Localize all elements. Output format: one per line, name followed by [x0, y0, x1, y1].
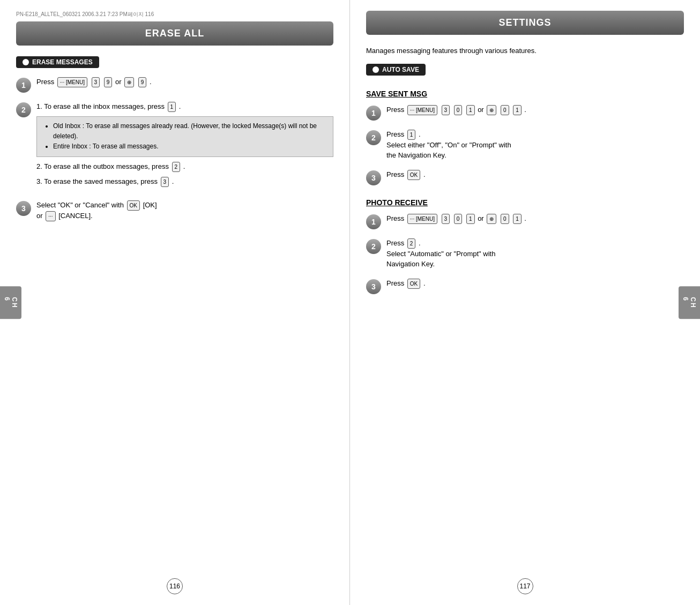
step3-content: Select "OK" or "Cancel" with OK [OK] or … [36, 200, 333, 221]
left-header: ERASE ALL [16, 21, 333, 46]
step3-circle: 3 [16, 201, 31, 216]
right-step2-s1-circle: 2 [366, 130, 381, 145]
rs3-ok1: OK [407, 170, 420, 180]
step1-or: or [115, 78, 123, 86]
subsection2-title: PHOTO RECEIVE [366, 198, 684, 207]
left-step3: 3 Select "OK" or "Cancel" with OK [OK] o… [16, 200, 333, 221]
top-info-left: PN-E218_ALLTEL_060321 2006.3.21 7:23 PM페… [16, 11, 333, 18]
section-dot [23, 59, 29, 65]
rs1-s2-k2: 0 [454, 214, 463, 224]
right-step2-s2-circle: 2 [366, 239, 381, 254]
step3-ok-key: OK [127, 200, 140, 211]
step1-text: Press [36, 78, 56, 86]
step3-cancel-key: ··· [46, 211, 55, 221]
right-step1-s1-content: Press ··· [MENU] 3 0 1 or ⊕ 0 1 . [386, 104, 684, 115]
bullet1: Old Inbox : To erase all messages alread… [53, 121, 325, 141]
right-step3-s2-content: Press OK . [386, 278, 684, 289]
rs1-s2-k1: 3 [442, 214, 450, 224]
rs1-s2-menu: ··· [MENU] [407, 214, 437, 224]
right-step1-s2-circle: 1 [366, 214, 381, 229]
rs1-s2-nav: ⊕ [487, 214, 496, 224]
right-page-number: 117 [517, 578, 533, 594]
step2-line2: 2. To erase all the outbox messages, pre… [36, 161, 333, 172]
rs1-k2: 0 [454, 105, 463, 115]
right-step2-s2-content: Press 2 . Select "Automatic" or "Prompt"… [386, 238, 684, 270]
rs1-k5: 1 [513, 105, 522, 115]
right-step1-s1-circle: 1 [366, 106, 381, 121]
left-section-label: ERASE MESSAGES [16, 56, 99, 68]
step1-key1: 3 [92, 77, 100, 87]
left-page-number: 116 [167, 578, 183, 594]
step2-line3: 3. To erase the saved messages, press 3 … [36, 176, 333, 187]
rs2-k1: 1 [407, 130, 416, 140]
right-step3-s1: 3 Press OK . [366, 169, 684, 185]
step1-menu-key: ··· [MENU] [57, 77, 87, 87]
rs1-k4: 0 [501, 105, 509, 115]
right-section-dot [373, 66, 379, 73]
step1-circle: 1 [16, 78, 31, 93]
step2-key1: 1 [168, 102, 176, 112]
rs1-s2-k5: 1 [513, 214, 522, 224]
right-step1-s2-content: Press ··· [MENU] 3 0 1 or ⊕ 0 1 . [386, 213, 684, 224]
right-step1-s2: 1 Press ··· [MENU] 3 0 1 or ⊕ 0 1 . [366, 213, 684, 229]
left-ch-tab: CH6 [0, 286, 21, 319]
bullet-box: Old Inbox : To erase all messages alread… [36, 116, 333, 157]
right-step3-s2-circle: 3 [366, 279, 381, 294]
right-step3-s1-circle: 3 [366, 170, 381, 185]
step1-key3: 9 [138, 77, 147, 87]
right-header: SETTINGS [366, 11, 684, 35]
step1-key2: 9 [104, 77, 113, 87]
step2-key3: 3 [161, 177, 169, 187]
left-step2: 2 1. To erase all the inbox messages, pr… [16, 101, 333, 191]
right-desc: Manages messaging features through vario… [366, 46, 684, 56]
right-step2-s1: 2 Press 1 . Select either "Off", "On" or… [366, 129, 684, 161]
right-step1-s1: 1 Press ··· [MENU] 3 0 1 or ⊕ 0 1 . [366, 104, 684, 121]
step1-nav: ⊕ [124, 77, 134, 87]
step2-key2: 2 [172, 162, 181, 172]
rs1-k3: 1 [466, 105, 475, 115]
step2-line1: 1. To erase all the inbox messages, pres… [36, 101, 333, 112]
step2-circle: 2 [16, 102, 31, 117]
right-step3-s2: 3 Press OK . [366, 278, 684, 294]
step2-content: 1. To erase all the inbox messages, pres… [36, 101, 333, 191]
right-step2-s1-content: Press 1 . Select either "Off", "On" or "… [386, 129, 684, 161]
right-step2-s2: 2 Press 2 . Select "Automatic" or "Promp… [366, 238, 684, 270]
rs1-s2-k4: 0 [501, 214, 509, 224]
right-step3-s1-content: Press OK . [386, 169, 684, 180]
rs1-k1: 3 [442, 105, 450, 115]
rs1-menu: ··· [MENU] [407, 105, 437, 115]
right-page: SETTINGS Manages messaging features thro… [350, 0, 700, 605]
subsection1-title: SAVE SENT MSG [366, 89, 684, 98]
step1-content: Press ··· [MENU] 3 9 or ⊕ 9 . [36, 77, 333, 87]
rs2-s2-k1: 2 [407, 238, 416, 249]
right-ch-tab: CH6 [679, 286, 700, 319]
right-section-label: AUTO SAVE [366, 64, 426, 76]
rs3-s2-ok: OK [407, 279, 420, 289]
left-step1: 1 Press ··· [MENU] 3 9 or ⊕ 9 . [16, 77, 333, 93]
left-page: PN-E218_ALLTEL_060321 2006.3.21 7:23 PM페… [0, 0, 350, 605]
bullet2: Entire Inbox : To erase all messages. [53, 141, 325, 152]
rs1-s2-k3: 1 [466, 214, 475, 224]
rs1-nav: ⊕ [487, 105, 496, 115]
